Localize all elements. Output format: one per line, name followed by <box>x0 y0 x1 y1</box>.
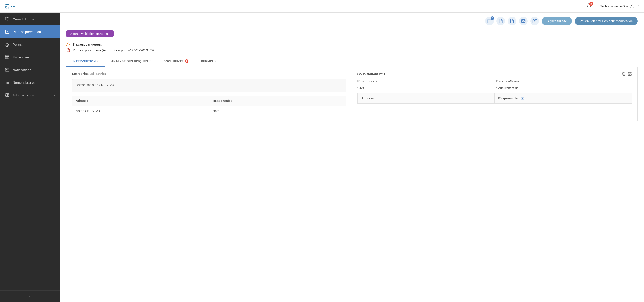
fire-icon <box>5 42 10 47</box>
tab-permis-label: PERMIS <box>201 60 213 63</box>
building-icon <box>5 55 10 59</box>
eu-adresse-header: Adresse <box>72 96 209 106</box>
edit-button[interactable] <box>530 17 539 25</box>
eu-responsable-header: Responsable <box>209 96 346 106</box>
envelope-icon <box>520 97 524 100</box>
pdf-button[interactable]: PDF <box>508 17 516 25</box>
tab-documents-label: DOCUMENTS <box>163 60 183 63</box>
signer-button[interactable]: Signer sur site <box>542 17 572 25</box>
warning-icon <box>66 42 70 46</box>
tab-permis-dropdown-icon: ▾ <box>214 60 216 63</box>
book-icon <box>5 17 10 21</box>
st-sous-traitant-de: Sous-traitant de <box>496 86 632 90</box>
eu-nom-cell: Nom : CNES/CSG <box>72 106 209 116</box>
sidebar-item-administration[interactable]: Administration › <box>0 89 60 101</box>
tabs-bar: INTERVENTION ▾ ANALYSE DES RISQUES ▾ DOC… <box>66 56 638 67</box>
notification-bell[interactable]: 46 <box>586 3 592 10</box>
intervention-grid: Entreprise utilisatrice Raison sociale :… <box>66 67 638 121</box>
sidebar-item-permis-label: Permis <box>13 43 55 46</box>
svg-text:cnes: cnes <box>10 5 16 8</box>
sidebar-item-carnet-label: Carnet de bord <box>13 17 55 21</box>
cnes-logo-svg: cnes <box>4 2 16 11</box>
sidebar-item-administration-label: Administration <box>13 93 50 97</box>
st-raison-sociale: Raison sociale : <box>358 79 493 83</box>
eu-sub-grid: Adresse Responsable Nom : CNES/CSG Nom : <box>72 96 346 116</box>
user-name: Technologies e-Obs <box>600 5 628 8</box>
collapse-icon: ‹ <box>30 294 30 298</box>
email-button[interactable] <box>519 17 528 25</box>
plan-text: Plan de prévention (Avenant du plan n°23… <box>72 48 156 52</box>
svg-point-11 <box>7 95 8 96</box>
delete-icon[interactable] <box>622 72 626 76</box>
sidebar-item-notifications[interactable]: Notifications <box>0 63 60 76</box>
svg-point-2 <box>632 5 633 6</box>
tab-analyse-label: ANALYSE DES RISQUES <box>111 60 148 63</box>
brouillon-button[interactable]: Revenir en brouillon pour modification <box>575 17 638 25</box>
sidebar-item-nomenclatures-label: Nomenclatures <box>13 81 55 84</box>
topnav-right: 46 | Technologies e-Obs › <box>586 3 640 10</box>
sidebar: Carnet de bord Plan de prévention Permis… <box>0 13 60 302</box>
user-info: Technologies e-Obs <box>600 4 634 9</box>
chat-badge: 0 <box>490 16 494 20</box>
document-info: Travaux dangereux Plan de prévention (Av… <box>66 42 638 52</box>
edit-st-icon[interactable] <box>628 72 632 76</box>
st-title: Sous-traitant n° 1 <box>358 72 386 76</box>
topnav: cnes 46 | Technologies e-Obs › <box>0 0 644 13</box>
st-siret: Siret : <box>358 86 493 90</box>
main-layout: Carnet de bord Plan de prévention Permis… <box>0 13 644 302</box>
eu-raison-card: Raison sociale : CNES/CSG <box>72 79 346 92</box>
sidebar-item-permis[interactable]: Permis <box>0 38 60 51</box>
st-header-actions <box>622 72 632 76</box>
st-adresse-header: Adresse <box>358 93 495 104</box>
email-icon <box>521 19 526 23</box>
sidebar-item-plan-label: Plan de prévention <box>13 30 55 34</box>
edit-icon <box>532 19 537 23</box>
eu-raison-sociale: Raison sociale : CNES/CSG <box>76 83 342 87</box>
status-badge: Attente validation entreprise <box>66 30 114 37</box>
st-responsable-header: Responsable <box>495 93 632 104</box>
st-directeur: Directeur/Gérant : <box>496 79 632 83</box>
tab-intervention[interactable]: INTERVENTION ▾ <box>66 56 105 67</box>
plan-icon <box>5 30 10 34</box>
page-body: Attente validation entreprise Travaux da… <box>60 28 644 127</box>
sidebar-collapse-btn[interactable]: ‹ <box>0 290 60 302</box>
notifications-icon <box>5 67 10 72</box>
sidebar-item-carnet[interactable]: Carnet de bord <box>0 13 60 25</box>
eu-nom-resp-cell: Nom : <box>209 106 346 116</box>
eu-title: Entreprise utilisatrice <box>72 72 106 76</box>
sidebar-item-nomenclatures[interactable]: Nomenclatures <box>0 76 60 89</box>
list-icon <box>5 80 10 85</box>
st-siret-row: Siret : Sous-traitant de <box>358 86 632 90</box>
sidebar-item-entreprises[interactable]: Entreprises <box>0 51 60 63</box>
plan-pdf-icon <box>66 48 70 52</box>
pdf-icon: PDF <box>510 19 514 23</box>
file-icon <box>498 19 503 23</box>
sidebar-item-notifications-label: Notifications <box>13 68 55 72</box>
tab-analyse[interactable]: ANALYSE DES RISQUES ▾ <box>105 56 157 67</box>
tab-analyse-dropdown-icon: ▾ <box>149 60 151 63</box>
st-section-header: Sous-traitant n° 1 <box>358 72 632 76</box>
gear-icon <box>5 93 10 97</box>
administration-chevron-icon: › <box>54 93 55 97</box>
tab-intervention-label: INTERVENTION <box>72 60 96 63</box>
svg-text:PDF: PDF <box>511 22 513 23</box>
eu-section-header: Entreprise utilisatrice <box>72 72 346 76</box>
logo: cnes <box>4 2 16 11</box>
chat-button[interactable]: 0 <box>485 17 494 25</box>
tab-permis[interactable]: PERMIS ▾ <box>195 56 222 67</box>
eu-section: Entreprise utilisatrice Raison sociale :… <box>66 67 352 121</box>
sidebar-item-entreprises-label: Entreprises <box>13 55 55 59</box>
plan-row: Plan de prévention (Avenant du plan n°23… <box>66 48 638 52</box>
nav-divider: | <box>596 4 596 9</box>
user-avatar-icon <box>630 4 634 9</box>
st-section: Sous-traitant n° 1 <box>352 67 638 121</box>
content-toolbar: 0 PDF <box>60 13 644 28</box>
document-icon-button[interactable] <box>496 17 505 25</box>
notification-badge: 46 <box>589 2 593 6</box>
sidebar-item-plan[interactable]: Plan de prévention <box>0 25 60 38</box>
tab-documents[interactable]: DOCUMENTS 1 <box>157 56 194 67</box>
st-raison-row: Raison sociale : Directeur/Gérant : <box>358 79 632 83</box>
warning-text: Travaux dangereux <box>72 42 102 46</box>
topnav-expand-icon[interactable]: › <box>638 4 640 9</box>
tab-documents-badge: 1 <box>185 59 188 63</box>
